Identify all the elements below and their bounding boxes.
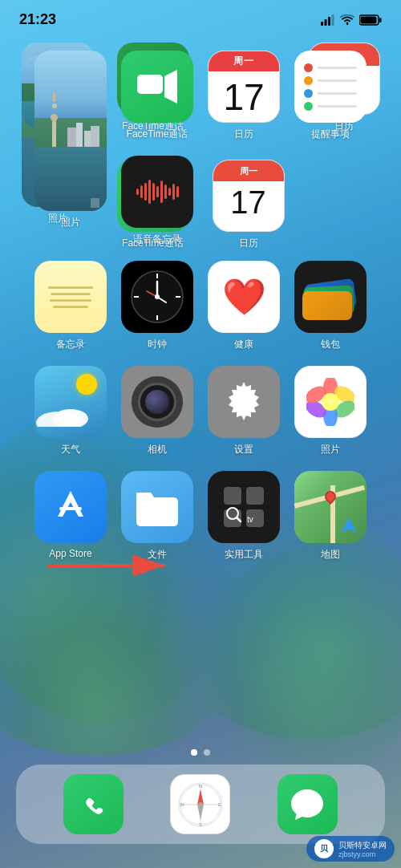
cal-weekday: 周一 — [209, 51, 279, 71]
voicememo-label: 语音备忘录 — [133, 233, 181, 246]
svg-rect-6 — [361, 16, 377, 23]
app-appstore[interactable]: App Store — [34, 471, 107, 562]
app-empty1 — [208, 156, 280, 246]
svg-text:W: W — [180, 802, 184, 807]
watermark-text: 贝斯特安卓网 zjbstyy.com — [338, 840, 387, 858]
photos-flower — [306, 378, 354, 426]
svg-point-31 — [322, 393, 339, 411]
app-voicememo[interactable]: 语音备忘录 — [121, 156, 193, 246]
maps-label: 地图 — [321, 548, 340, 562]
app-utilities[interactable]: tv 实用工具 — [208, 471, 280, 562]
app-empty2 — [294, 156, 367, 246]
files-icon — [133, 486, 181, 528]
app-health[interactable]: ❤️ 健康 — [208, 261, 280, 351]
svg-rect-1 — [325, 19, 327, 26]
svg-rect-3 — [332, 14, 334, 26]
app-weather[interactable]: 天气 — [34, 366, 107, 456]
svg-rect-5 — [379, 18, 382, 22]
utilities-icon: tv — [220, 483, 268, 531]
health-label: 健康 — [234, 338, 253, 351]
app-maps[interactable]: 地图 — [294, 471, 367, 562]
app-camera[interactable]: 相机 — [121, 366, 193, 456]
app-reminders2[interactable]: 提醒事项 — [294, 51, 367, 141]
app-photos2[interactable]: 照片 — [294, 366, 367, 456]
reminders-label: 提醒事项 — [311, 128, 350, 141]
facetime-icon3 — [134, 67, 180, 107]
svg-rect-32 — [224, 487, 241, 505]
weather-label: 天气 — [61, 443, 80, 456]
signal-icon — [321, 14, 335, 26]
app-files[interactable]: 文件 — [121, 471, 193, 562]
app-notes[interactable]: 备忘录 — [34, 261, 107, 351]
svg-rect-33 — [246, 487, 264, 505]
utilities-label: 实用工具 — [225, 548, 263, 562]
app-wallet[interactable]: 钱包 — [294, 261, 367, 351]
battery-icon — [359, 14, 382, 26]
weather-clouds — [34, 403, 107, 427]
wallet-label: 钱包 — [321, 338, 340, 351]
wifi-icon — [340, 14, 354, 26]
status-bar: 21:23 — [0, 0, 401, 34]
dock-phone[interactable] — [63, 774, 124, 834]
svg-rect-12 — [137, 75, 163, 94]
watermark: 贝 贝斯特安卓网 zjbstyy.com — [306, 836, 395, 862]
settings-gear — [222, 380, 265, 424]
status-icons — [321, 14, 382, 26]
app-photos-big[interactable]: 照片 — [34, 51, 107, 246]
clock-label: 时钟 — [148, 338, 167, 351]
watermark-logo: 贝 — [314, 839, 334, 858]
dock-messages[interactable] — [277, 774, 338, 834]
svg-text:E: E — [218, 802, 221, 807]
dock-safari[interactable]: N S W E — [170, 774, 230, 834]
appstore-icon — [50, 486, 91, 528]
page-dots — [0, 749, 401, 756]
health-heart-icon: ❤️ — [222, 279, 266, 314]
svg-text:tv: tv — [247, 515, 253, 524]
safari-icon: N S W E — [177, 781, 224, 828]
svg-marker-39 — [341, 517, 357, 533]
app-settings[interactable]: 设置 — [208, 366, 280, 456]
app-facetime3[interactable]: FaceTime通话 — [121, 51, 193, 141]
calendar-label3: 日历 — [234, 128, 253, 141]
dot-2 — [204, 749, 210, 756]
svg-text:N: N — [199, 784, 202, 789]
dot-1 — [191, 749, 197, 756]
phone-icon — [76, 787, 111, 822]
photos2-label: 照片 — [321, 443, 340, 456]
camera-label: 相机 — [148, 443, 167, 456]
maps-nav — [341, 517, 357, 533]
notes-label: 备忘录 — [56, 338, 85, 351]
app-calendar3[interactable]: 周一 17 日历 — [208, 51, 280, 141]
clock-face — [129, 269, 185, 325]
svg-point-52 — [198, 802, 203, 807]
svg-rect-2 — [328, 17, 330, 26]
red-arrow — [48, 554, 176, 578]
settings-label: 设置 — [234, 443, 253, 456]
svg-rect-0 — [321, 22, 323, 26]
svg-marker-13 — [164, 70, 177, 103]
status-time: 21:23 — [19, 11, 56, 28]
svg-point-22 — [155, 294, 160, 299]
facetime-label3: FaceTime通话 — [127, 128, 188, 141]
arrow-indicator — [48, 554, 176, 578]
cal-day: 17 — [209, 71, 279, 122]
svg-text:S: S — [199, 822, 202, 827]
photos-big-label: 照片 — [61, 216, 80, 229]
messages-icon — [287, 785, 327, 825]
app-clock[interactable]: 时钟 — [121, 261, 193, 351]
dock: N S W E — [16, 765, 385, 844]
